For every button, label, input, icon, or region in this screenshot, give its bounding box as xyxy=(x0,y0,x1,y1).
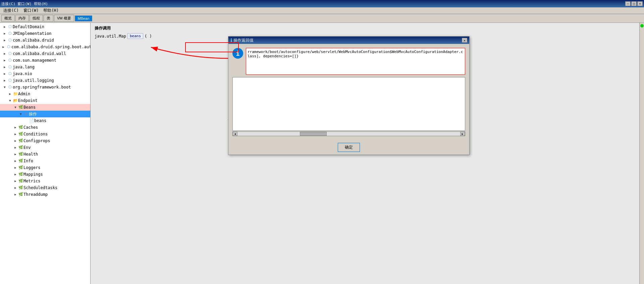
tree-item-health[interactable]: ▶ 🌿 Health xyxy=(0,151,90,158)
icon-mappings: 🌿 xyxy=(18,172,23,177)
tree-item-admin[interactable]: ▶ 📁 Admin xyxy=(0,91,90,97)
left-panel: ▶ ⬡ DefaultDomain ▶ ⬡ JMImplementation ▶… xyxy=(0,23,91,284)
menu-connect[interactable]: 连接(C) xyxy=(1,7,21,14)
dialog-scroll-thumb[interactable] xyxy=(300,132,327,136)
dialog-scrollbar[interactable]: ◀ ▶ xyxy=(232,131,465,136)
expand-caches[interactable]: ▶ xyxy=(13,125,18,130)
tree-item-spring-boot[interactable]: ▼ ⬡ org.springframework.boot xyxy=(0,84,90,91)
expand-configprops[interactable]: ▶ xyxy=(13,138,18,144)
tree-item-endpoint[interactable]: ▼ 📂 Endpoint xyxy=(0,97,90,104)
tab-threads[interactable]: 线程 xyxy=(30,15,43,22)
minimize-button[interactable]: — xyxy=(625,1,631,6)
status-dot xyxy=(640,24,644,27)
label-defaultdomain: DefaultDomain xyxy=(13,24,44,30)
method-prefix: java.util.Map xyxy=(95,34,126,39)
tree-item-caches[interactable]: ▶ 🌿 Caches xyxy=(0,124,90,131)
tree-item-java-nio[interactable]: ▶ ⬡ java.nio xyxy=(0,70,90,77)
expand-info[interactable]: ▶ xyxy=(13,158,18,164)
icon-beans-leaf: 📄 xyxy=(29,118,34,123)
tree-item-env[interactable]: ▶ 🌿 Env xyxy=(0,144,90,151)
expand-sun-management[interactable]: ▶ xyxy=(2,58,7,63)
dialog-title-icon: ℹ xyxy=(230,38,232,43)
icon-info: 🌿 xyxy=(18,158,23,164)
label-conditions: Conditions xyxy=(23,131,48,137)
expand-mappings[interactable]: ▶ xyxy=(13,172,18,177)
dialog-scroll-left-button[interactable]: ◀ xyxy=(233,132,237,136)
dialog-info-icon: i xyxy=(232,48,243,59)
close-button[interactable]: ✕ xyxy=(637,1,643,6)
label-druid: com.alibaba.druid xyxy=(13,38,54,43)
label-endpoint: Endpoint xyxy=(18,98,38,103)
tree-item-druid[interactable]: ▶ ⬡ com.alibaba.druid xyxy=(0,37,90,44)
icon-spring-boot: ⬡ xyxy=(7,84,13,90)
expand-druid-spring[interactable]: ▶ xyxy=(1,44,6,50)
dialog-content-textarea[interactable] xyxy=(246,48,465,75)
label-caches: Caches xyxy=(23,125,38,130)
maximize-button[interactable]: □ xyxy=(631,1,637,6)
main-container: ▶ ⬡ DefaultDomain ▶ ⬡ JMImplementation ▶… xyxy=(0,23,644,284)
dialog-ok-button[interactable]: 确定 xyxy=(338,143,360,152)
tree-item-java-lang[interactable]: ▶ ⬡ java.lang xyxy=(0,64,90,70)
expand-jmimplementation[interactable]: ▶ xyxy=(2,31,7,36)
tree-item-info[interactable]: ▶ 🌿 Info xyxy=(0,158,90,164)
tree-item-metrics[interactable]: ▶ 🌿 Metrics xyxy=(0,178,90,184)
tree-item-threaddump[interactable]: ▶ 🌿 Threaddump xyxy=(0,191,90,198)
icon-loggers: 🌿 xyxy=(18,165,23,170)
method-suffix: ( ) xyxy=(145,34,152,39)
tree-item-druid-wall[interactable]: ▶ ⬡ com.alibaba.druid.wall xyxy=(0,50,90,57)
dialog-body: i xyxy=(232,48,465,76)
tab-vm-summary[interactable]: VM 概要 xyxy=(54,15,74,22)
tab-memory[interactable]: 内存 xyxy=(15,15,29,22)
icon-operation: ⚙ xyxy=(23,111,29,117)
expand-admin[interactable]: ▶ xyxy=(7,91,13,97)
icon-java-lang: ⬡ xyxy=(7,64,13,70)
expand-scheduledtasks[interactable]: ▶ xyxy=(13,185,18,190)
expand-threaddump[interactable]: ▶ xyxy=(13,192,18,197)
expand-loggers[interactable]: ▶ xyxy=(13,165,18,170)
expand-metrics[interactable]: ▶ xyxy=(13,178,18,184)
expand-health[interactable]: ▶ xyxy=(13,152,18,157)
expand-spring-boot[interactable]: ▼ xyxy=(2,84,7,90)
tree-item-beans-node[interactable]: ▼ 🌿 Beans xyxy=(0,104,90,111)
tree-item-jmimplementation[interactable]: ▶ ⬡ JMImplementation xyxy=(0,30,90,37)
expand-defaultdomain[interactable]: ▶ xyxy=(2,24,7,30)
label-threaddump: Threaddump xyxy=(23,192,48,197)
tree-item-conditions[interactable]: ▶ 🌿 Conditions xyxy=(0,131,90,137)
tree-item-scheduledtasks[interactable]: ▶ 🌿 Scheduledtasks xyxy=(0,184,90,191)
expand-druid-wall[interactable]: ▶ xyxy=(2,51,7,56)
tree-item-operation[interactable]: ▼ ⚙ 操作 xyxy=(0,111,90,117)
tab-mbean[interactable]: MBean xyxy=(75,15,93,21)
tab-overview[interactable]: 概览 xyxy=(1,15,15,22)
expand-operation[interactable]: ▼ xyxy=(18,111,23,117)
expand-conditions[interactable]: ▶ xyxy=(13,131,18,137)
tree-item-loggers[interactable]: ▶ 🌿 Loggers xyxy=(0,164,90,171)
expand-endpoint[interactable]: ▼ xyxy=(7,98,13,103)
label-beans-leaf: beans xyxy=(34,118,46,123)
tree-item-java-util-logging[interactable]: ▶ ⬡ java.util.logging xyxy=(0,77,90,84)
expand-java-lang[interactable]: ▶ xyxy=(2,64,7,70)
tree-item-defaultdomain[interactable]: ▶ ⬡ DefaultDomain xyxy=(0,23,90,30)
beans-badge[interactable]: beans xyxy=(127,33,143,39)
icon-java-nio: ⬡ xyxy=(7,71,13,76)
icon-sun-management: ⬡ xyxy=(7,58,13,63)
icon-caches: 🌿 xyxy=(18,125,23,130)
tab-classes[interactable]: 类 xyxy=(44,15,53,22)
expand-druid[interactable]: ▶ xyxy=(2,38,7,43)
expand-beans-node[interactable]: ▼ xyxy=(13,105,18,110)
icon-configprops: 🌿 xyxy=(18,138,23,144)
tree-item-druid-spring[interactable]: ▶ ⬡ com.alibaba.druid.spring.boot.autoco… xyxy=(0,44,90,50)
expand-env[interactable]: ▶ xyxy=(13,145,18,150)
expand-java-util-logging[interactable]: ▶ xyxy=(2,78,7,83)
icon-admin: 📁 xyxy=(13,91,18,97)
expand-java-nio[interactable]: ▶ xyxy=(2,71,7,76)
dialog-scroll-right-button[interactable]: ▶ xyxy=(460,132,465,136)
icon-scheduledtasks: 🌿 xyxy=(18,185,23,190)
label-operation: 操作 xyxy=(29,111,37,117)
tree-item-beans-leaf[interactable]: 📄 beans xyxy=(0,117,90,124)
tree-item-configprops[interactable]: ▶ 🌿 Configprops xyxy=(0,137,90,144)
dialog-close-button[interactable]: ✕ xyxy=(462,38,467,43)
menu-help[interactable]: 帮助(H) xyxy=(41,7,61,14)
menu-window[interactable]: 窗口(W) xyxy=(21,7,41,14)
tree-item-sun-management[interactable]: ▶ ⬡ com.sun.management xyxy=(0,57,90,64)
tree-item-mappings[interactable]: ▶ 🌿 Mappings xyxy=(0,171,90,178)
